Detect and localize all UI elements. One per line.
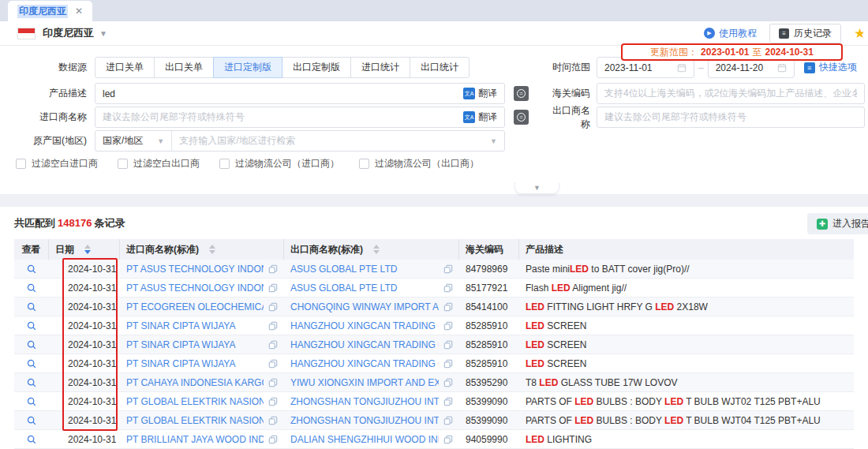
search-icon[interactable] — [26, 415, 37, 426]
copy-icon[interactable] — [443, 340, 453, 350]
datasource-tab[interactable]: 出口关单 — [154, 57, 214, 78]
copy-icon[interactable] — [268, 416, 278, 425]
column-header[interactable]: 出口商名称(标准) — [284, 239, 459, 260]
search-icon[interactable] — [26, 264, 37, 275]
column-header[interactable]: 日期 — [49, 239, 120, 260]
view-cell — [14, 396, 49, 407]
exporter-link[interactable]: HANGZHOU XINGCAN TRADING CO LTD — [290, 339, 439, 350]
tab-close-icon[interactable]: ✕ — [75, 6, 83, 16]
column-header[interactable]: 进口商名称(标准) — [120, 239, 284, 260]
importer-link[interactable]: PT SINAR CIPTA WIJAYA — [126, 339, 264, 350]
sort-icon[interactable] — [209, 245, 215, 254]
product-desc-cell: LED SCREEN — [519, 358, 854, 369]
history-button[interactable]: ≡ 历史记录 — [769, 24, 841, 43]
copy-icon[interactable] — [443, 378, 453, 387]
enter-report-button[interactable]: ✚ 进入报告 — [807, 213, 868, 234]
sort-icon[interactable] — [84, 245, 91, 254]
exporter-link[interactable]: HANGZHOU XINGCAN TRADING CO LTD — [290, 358, 439, 369]
result-count-number: 148176 — [58, 217, 92, 229]
filter-checkbox[interactable]: 过滤物流公司（出口商） — [359, 157, 479, 170]
copy-icon[interactable] — [268, 397, 278, 406]
exporter-link[interactable]: ASUS GLOBAL PTE LTD — [290, 264, 439, 275]
search-icon[interactable] — [26, 434, 37, 445]
copy-icon[interactable] — [443, 359, 453, 369]
chevron-down-icon[interactable]: ▼ — [99, 29, 107, 38]
copy-icon[interactable] — [443, 302, 453, 312]
search-icon[interactable] — [26, 339, 37, 350]
importer-link[interactable]: PT CAHAYA INDONESIA KARGO — [126, 377, 264, 388]
importer-link[interactable]: PT ECOGREEN OLEOCHEMICALS — [126, 301, 264, 312]
exporter-link[interactable]: ZHONGSHAN TONGJIUZHOU INTERNA... — [290, 396, 439, 407]
copy-icon[interactable] — [268, 378, 278, 387]
copy-icon[interactable] — [443, 397, 453, 406]
exclude-button[interactable]: = — [514, 86, 529, 101]
sort-icon[interactable] — [373, 245, 380, 254]
filter-checkbox[interactable]: 过滤空白进口商 — [16, 157, 98, 170]
product-desc-cell: LED SCREEN — [519, 339, 854, 350]
exporter-link[interactable]: ZHONGSHAN TONGJIUZHOU INTERNA... — [290, 415, 439, 426]
importer-link[interactable]: PT BRILLIANT JAYA WOOD INDUSTRY — [126, 434, 264, 445]
datasource-tab[interactable]: 出口定制版 — [282, 57, 351, 78]
table-header-row: 查看日期进口商名称(标准)出口商名称(标准)海关编码产品描述 — [14, 239, 854, 260]
copy-icon[interactable] — [443, 435, 453, 444]
exporter-link[interactable]: ASUS GLOBAL PTE LTD — [290, 282, 439, 294]
importer-link[interactable]: PT GLOBAL ELEKTRIK NASIONAL — [126, 396, 264, 407]
highlighted-keyword: LED — [574, 415, 593, 426]
search-icon[interactable] — [26, 282, 37, 294]
datasource-tab[interactable]: 进口关单 — [95, 57, 155, 78]
filter-checkbox[interactable]: 过滤空白出口商 — [118, 157, 200, 170]
datasource-tab[interactable]: 出口统计 — [410, 57, 470, 78]
quick-options-button[interactable]: ≡ 快捷选项 — [804, 61, 857, 74]
search-icon[interactable] — [26, 377, 37, 388]
copy-icon[interactable] — [443, 416, 453, 425]
importer-link[interactable]: PT SINAR CIPTA WIJAYA — [126, 320, 264, 331]
importer-link[interactable]: PT ASUS TECHNOLOGY INDONESIA BA... — [126, 282, 264, 294]
report-icon: ✚ — [817, 219, 828, 230]
copy-icon[interactable] — [268, 321, 278, 331]
exclude-button[interactable]: = — [514, 110, 529, 125]
copy-icon[interactable] — [443, 283, 453, 293]
translate-button[interactable]: 文A 翻译 — [463, 87, 497, 100]
product-desc-cell: LED LIGHTING — [519, 434, 854, 445]
datasource-tabs: 进口关单出口关单进口定制版出口定制版进口统计出口统计 — [95, 57, 470, 78]
copy-icon[interactable] — [268, 264, 278, 274]
filter-panel: 数据源 进口关单出口关单进口定制版出口定制版进口统计出口统计 时间范围 2023… — [0, 46, 868, 194]
translate-button[interactable]: 文A 翻译 — [463, 110, 497, 124]
importer-input[interactable]: 建议去除公司尾部字符或特殊符号 文A 翻译 — [95, 107, 505, 128]
search-icon[interactable] — [26, 320, 37, 331]
filter-checkbox[interactable]: 过滤物流公司（进口商） — [219, 157, 339, 170]
exporter-link[interactable]: HANGZHOU XINGCAN TRADING CO LTD — [290, 320, 439, 331]
exporter-link[interactable]: YIWU XIONGXIN IMPORT AND EXPORT... — [290, 377, 439, 388]
copy-icon[interactable] — [268, 302, 278, 312]
copy-icon[interactable] — [268, 340, 278, 350]
exporter-link[interactable]: DALIAN SHENGZHIHUI WOOD INDUST... — [290, 434, 439, 445]
exporter-link[interactable]: CHONGQING WINWAY IMPORT AND E... — [290, 301, 439, 312]
origin-select[interactable]: 国家/地区 ▼ — [95, 131, 172, 151]
datasource-tab[interactable]: 进口定制版 — [213, 57, 282, 78]
copy-icon[interactable] — [268, 435, 278, 444]
tutorial-link[interactable]: ▶ 使用教程 — [704, 27, 757, 40]
importer-link[interactable]: PT ASUS TECHNOLOGY INDONESIA BA... — [126, 264, 264, 275]
importer-link[interactable]: PT SINAR CIPTA WIJAYA — [126, 358, 264, 369]
importer-link[interactable]: PT GLOBAL ELEKTRIK NASIONAL — [126, 415, 264, 426]
checkbox-icon — [118, 159, 128, 169]
hs-code-input[interactable]: 支持4位以上海关编码，或2位海关编码加上产品描述、企业名称的任意信息 — [597, 83, 865, 104]
product-desc-input[interactable]: led 文A 翻译 — [95, 83, 505, 104]
highlighted-keyword: LED — [526, 358, 544, 369]
search-icon[interactable] — [26, 301, 37, 312]
table-row: 2024-10-31PT SINAR CIPTA WIJAYAHANGZHOU … — [14, 335, 854, 354]
highlighted-keyword: LED — [526, 434, 544, 445]
collapse-panel-button[interactable]: ▼ — [514, 182, 559, 194]
copy-icon[interactable] — [268, 283, 278, 293]
exporter-input[interactable]: 建议去除公司尾部字符或特殊符号 — [597, 107, 865, 128]
search-icon[interactable] — [26, 396, 37, 407]
chevron-down-icon[interactable]: ▼ — [490, 137, 504, 145]
copy-icon[interactable] — [268, 359, 278, 369]
tab-indonesia[interactable]: 印度尼西亚 ✕ — [8, 1, 92, 21]
datasource-tab[interactable]: 进口统计 — [350, 57, 410, 78]
copy-icon[interactable] — [443, 321, 453, 331]
search-icon[interactable] — [26, 358, 37, 369]
favorite-icon[interactable]: ★ — [854, 25, 863, 42]
copy-icon[interactable] — [443, 264, 453, 274]
origin-search-input[interactable]: 支持输入国家/地区进行检索 — [172, 134, 490, 148]
